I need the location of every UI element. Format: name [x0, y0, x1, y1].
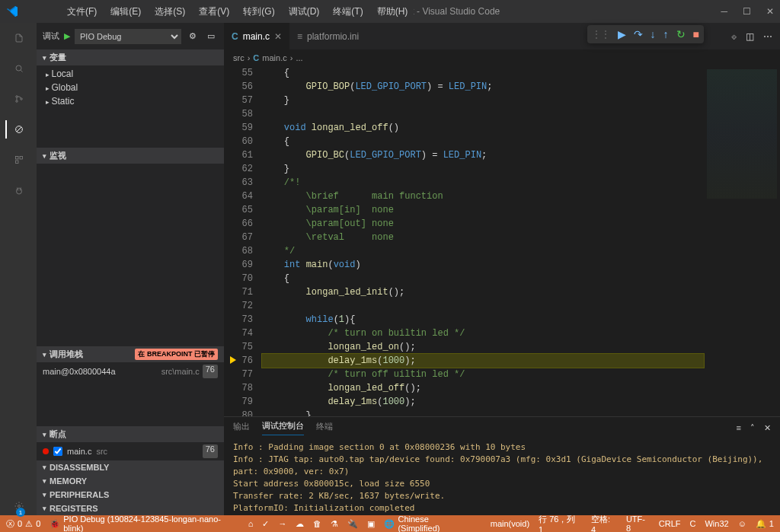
c-file-icon: C	[232, 31, 238, 42]
tab-platformio-ini[interactable]: ≡ platformio.ini	[289, 23, 366, 49]
menu-help[interactable]: 帮助(H)	[371, 4, 414, 20]
debug-config-select[interactable]: PIO Debug	[75, 29, 181, 44]
menu-file[interactable]: 文件(F)	[61, 4, 103, 20]
ini-file-icon: ≡	[297, 31, 302, 42]
debug-config-header: 调试 ▶ PIO Debug ⚙ ▭	[37, 23, 224, 49]
close-tab-icon[interactable]: ✕	[274, 31, 282, 42]
editor-actions: ⟐ ◫ ⋯	[724, 23, 780, 49]
compass-icon[interactable]: ⟐	[731, 31, 737, 42]
continue-button[interactable]: ▶	[618, 28, 626, 40]
variables-local[interactable]: Local	[37, 67, 224, 81]
svg-point-0	[16, 65, 21, 71]
vscode-logo-icon	[6, 5, 18, 18]
status-feedback-icon[interactable]: ☺	[738, 519, 746, 528]
svg-rect-6	[16, 157, 19, 160]
panel-tab-debug-console[interactable]: 调试控制台	[262, 420, 304, 435]
variables-section[interactable]: 变量	[37, 49, 224, 65]
status-bar: ⓧ 0 ⚠ 0 🐞 PIO Debug (190824-123845-longa…	[0, 515, 780, 532]
callstack-section[interactable]: ▾ 调用堆栈 在 BREAKPOINT 已暂停	[37, 346, 224, 362]
code-editor[interactable]: 5556575859606162636465666768697071727374…	[224, 66, 780, 416]
debug-console-output[interactable]: Info : Padding image section 0 at 0x0800…	[224, 438, 780, 515]
peripherals-section[interactable]: PERIPHERALS	[37, 488, 224, 502]
settings-gear-icon[interactable]: 1	[5, 497, 24, 515]
debug-settings-icon[interactable]: ⚙	[186, 31, 200, 41]
status-platform[interactable]: Win32	[705, 519, 728, 528]
memory-section[interactable]: MEMORY	[37, 474, 224, 488]
window-controls: ─ ☐ ✕	[721, 6, 774, 17]
split-editor-icon[interactable]: ◫	[746, 31, 754, 42]
breadcrumbs[interactable]: src› C main.c› ...	[224, 49, 780, 66]
stop-button[interactable]: ■	[693, 28, 699, 40]
variables-static[interactable]: Static	[37, 94, 224, 108]
debug-icon[interactable]	[5, 120, 24, 139]
status-serial-icon[interactable]: 🔌	[347, 519, 358, 529]
tab-main-c[interactable]: C main.c ✕	[224, 23, 289, 49]
drag-handle-icon[interactable]: ⋮⋮	[592, 29, 610, 40]
collapse-panel-icon[interactable]: ˄	[750, 423, 755, 433]
svg-point-3	[21, 98, 23, 100]
status-spaces[interactable]: 空格: 4	[591, 514, 617, 533]
svg-point-11	[20, 190, 21, 191]
source-control-icon[interactable]	[5, 90, 24, 108]
home-icon[interactable]: ⌂	[248, 519, 254, 528]
status-debug-target[interactable]: 🐞 PIO Debug (190824-123845-longan-nano-b…	[50, 514, 239, 532]
panel-tab-terminal[interactable]: 终端	[316, 421, 333, 435]
watch-section[interactable]: 监视	[37, 148, 224, 164]
callstack-frame[interactable]: main@0x0800044a src\main.c 76	[37, 362, 224, 381]
status-lang[interactable]: 🌐 Chinese (Simplified)	[384, 514, 472, 532]
platformio-icon[interactable]	[5, 181, 24, 199]
editor-area: C main.c ✕ ≡ platformio.ini ⋮⋮ ▶ ↷ ↓ ↑ ↻…	[224, 23, 780, 515]
menu-terminal[interactable]: 终端(T)	[327, 4, 369, 20]
status-cursor[interactable]: 行 76，列 1	[539, 514, 582, 533]
menu-selection[interactable]: 选择(S)	[149, 4, 191, 20]
start-debug-button[interactable]: ▶	[64, 31, 70, 41]
registers-section[interactable]: REGISTERS	[37, 502, 224, 515]
step-into-button[interactable]: ↓	[651, 28, 656, 40]
title-bar: 文件(F) 编辑(E) 选择(S) 查看(V) 转到(G) 调试(D) 终端(T…	[0, 0, 780, 23]
status-notifications[interactable]: 🔔 1	[756, 519, 774, 529]
status-filetype[interactable]: C	[689, 519, 695, 528]
menu-debug[interactable]: 调试(D)	[283, 4, 326, 20]
minimize-button[interactable]: ─	[721, 6, 727, 17]
panel-tab-output[interactable]: 输出	[233, 421, 250, 435]
svg-rect-8	[16, 161, 19, 164]
maximize-button[interactable]: ☐	[743, 6, 751, 17]
clear-console-icon[interactable]: ≡	[737, 423, 741, 433]
status-check-icon[interactable]: ✓	[262, 519, 269, 529]
status-arrow-icon[interactable]: →	[278, 519, 286, 528]
status-upload-icon[interactable]: ☁	[296, 519, 304, 529]
extensions-icon[interactable]	[5, 151, 24, 169]
status-encoding[interactable]: UTF-8	[626, 514, 650, 532]
disassembly-section[interactable]: ▸DISASSEMBLY	[37, 460, 224, 474]
close-button[interactable]: ✕	[766, 6, 774, 17]
debug-toolbar[interactable]: ⋮⋮ ▶ ↷ ↓ ↑ ↻ ■	[587, 25, 704, 43]
menu-view[interactable]: 查看(V)	[193, 4, 235, 20]
bottom-panel: 输出 调试控制台 终端 ≡ ˄ ✕ Info : Padding image s…	[224, 416, 780, 515]
menu-edit[interactable]: 编辑(E)	[104, 4, 147, 20]
menu-bar: 文件(F) 编辑(E) 选择(S) 查看(V) 转到(G) 调试(D) 终端(T…	[23, 3, 414, 20]
search-icon[interactable]	[5, 59, 24, 78]
restart-button[interactable]: ↻	[676, 28, 686, 40]
status-test-icon[interactable]: ⚗	[331, 519, 338, 529]
breakpoint-checkbox[interactable]	[53, 447, 62, 456]
more-actions-icon[interactable]: ⋯	[763, 31, 772, 42]
minimap[interactable]	[704, 66, 780, 416]
debug-console-icon[interactable]: ▭	[204, 31, 218, 41]
explorer-icon[interactable]	[5, 29, 24, 47]
menu-go[interactable]: 转到(G)	[237, 4, 280, 20]
step-out-button[interactable]: ↑	[663, 28, 669, 40]
status-terminal-icon[interactable]: ▣	[367, 519, 375, 529]
breakpoints-section[interactable]: 断点	[37, 426, 224, 442]
status-eol[interactable]: CRLF	[659, 519, 681, 528]
breakpoint-row[interactable]: main.c src 76	[37, 442, 224, 460]
status-errors[interactable]: ⓧ 0 ⚠ 0	[6, 518, 40, 530]
svg-point-10	[18, 190, 19, 191]
debug-label: 调试	[43, 30, 59, 42]
step-over-button[interactable]: ↷	[634, 28, 643, 40]
debug-sidebar: 调试 ▶ PIO Debug ⚙ ▭ 变量 Local Global Stati…	[37, 23, 224, 515]
variables-global[interactable]: Global	[37, 81, 224, 94]
status-scope[interactable]: main(void)	[491, 519, 529, 528]
breakpoint-dot-icon	[43, 448, 49, 454]
status-trash-icon[interactable]: 🗑	[313, 519, 321, 528]
close-panel-icon[interactable]: ✕	[764, 423, 771, 433]
